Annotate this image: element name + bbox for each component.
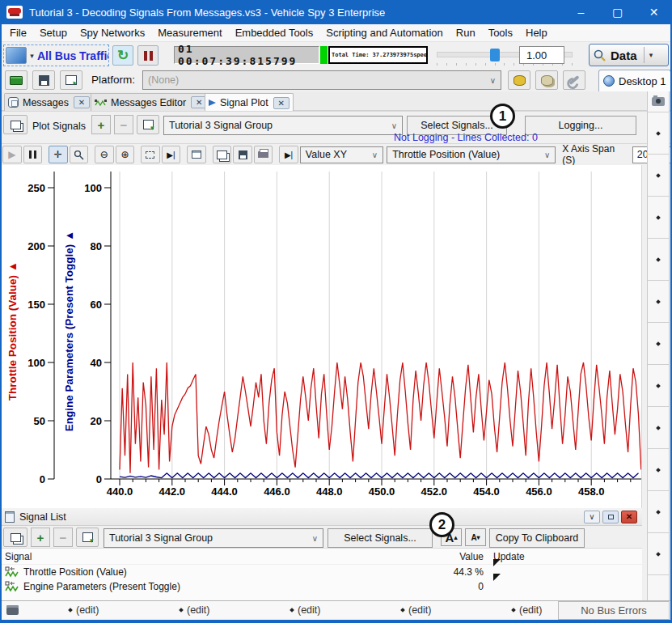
minimize-button[interactable]: – [563, 0, 599, 24]
docked-panel-handle[interactable] [648, 112, 669, 155]
signal-list-header[interactable]: Signal List ∨ ✕ [0, 508, 642, 526]
plot-properties-button[interactable] [187, 146, 206, 163]
annotation-circle-1: 1 [490, 104, 515, 129]
docked-panel-handle[interactable] [648, 197, 669, 239]
signal-plot-chart[interactable]: 050100150200250020406080100440.0442.0444… [0, 165, 642, 508]
signal-list-add-button[interactable]: + [31, 528, 50, 547]
panel-restore-button[interactable] [602, 511, 619, 523]
axis-mode-button[interactable]: ▶| [279, 146, 298, 163]
fit-x-button[interactable]: ▶| [162, 146, 181, 163]
signal-list-menu-button[interactable] [3, 528, 27, 547]
desktop-tab[interactable]: Desktop 1 [598, 70, 671, 91]
platform-value: (None) [148, 74, 179, 86]
slider-thumb[interactable] [490, 49, 500, 61]
status-indicator [320, 46, 328, 64]
data-dropdown-arrow[interactable]: ▾ [646, 51, 657, 59]
docked-panel-handle[interactable] [648, 491, 669, 533]
table-row[interactable]: Throttle Position (Value) 44.3 % [0, 565, 642, 579]
bus-mode-selector[interactable]: ▾ All Bus Traffic [3, 44, 109, 66]
copy-to-clipboard-button[interactable]: Copy To Clipboard [489, 528, 585, 548]
maximize-button[interactable]: ▢ [599, 0, 636, 24]
pause-button[interactable] [137, 45, 158, 66]
remove-signal-button[interactable]: − [114, 115, 133, 134]
docked-panel-handle[interactable] [648, 155, 669, 197]
panel-close-button[interactable]: ✕ [621, 511, 637, 523]
tab-messages-editor[interactable]: Messages Editor ✕ [91, 93, 211, 111]
refresh-button[interactable]: ↻ [112, 45, 133, 66]
logging-button[interactable]: Logging... [525, 116, 636, 135]
status-edit-slot[interactable]: (edit) [512, 604, 542, 616]
column-value[interactable]: Value [453, 551, 484, 562]
log-playback-icon [66, 75, 77, 85]
tab-messages-close-icon[interactable]: ✕ [74, 96, 90, 108]
status-edit-slot[interactable]: (edit) [290, 604, 320, 616]
docked-panel-handle[interactable] [648, 323, 669, 365]
zoom-cursor-button[interactable] [70, 146, 89, 163]
save-plot-button[interactable] [233, 146, 252, 163]
menu-item-setup[interactable]: Setup [33, 25, 74, 40]
bullet-icon [656, 468, 661, 473]
panel-menu-button[interactable]: ∨ [584, 511, 600, 523]
bus-mode-icon[interactable] [6, 47, 27, 64]
menu-item-help[interactable]: Help [519, 25, 554, 40]
tab-signal-plot-close-icon[interactable]: ✕ [273, 97, 290, 109]
menu-item-scripting-and-automation[interactable]: Scripting and Automation [319, 25, 450, 40]
docking-strip [647, 91, 670, 600]
plot-mode-select[interactable]: Value XY∨ [300, 146, 383, 163]
menu-item-embedded-tools[interactable]: Embedded Tools [229, 25, 320, 40]
pan-button[interactable]: ✛ [49, 146, 68, 163]
docked-panel-handle[interactable] [648, 281, 669, 323]
zoom-out-button[interactable]: ⊖ [95, 146, 114, 163]
status-edit-slot[interactable]: (edit) [180, 604, 209, 616]
bullet-icon [656, 257, 661, 262]
playback-button[interactable] [60, 70, 82, 90]
speed-value-field[interactable]: 1.00 [519, 46, 564, 64]
column-signal[interactable]: Signal [0, 551, 453, 562]
export-group-button[interactable] [137, 115, 159, 134]
zoom-in-button[interactable]: ⊕ [116, 146, 135, 163]
menu-item-file[interactable]: File [3, 25, 33, 40]
plot-play-button[interactable]: ▶ [2, 146, 22, 163]
docked-panel-handle[interactable] [648, 365, 669, 407]
font-decrease-button[interactable]: A▾ [465, 528, 486, 546]
chart-canvas[interactable]: 050100150200250020406080100440.0442.0444… [0, 165, 642, 508]
save-setup-button[interactable] [32, 70, 55, 90]
tools-button[interactable] [563, 70, 585, 90]
add-signal-button[interactable]: + [91, 115, 111, 134]
copy-plot-button[interactable] [213, 146, 232, 163]
docked-panel-handle[interactable] [648, 407, 669, 449]
close-button[interactable]: ✕ [636, 0, 672, 24]
plot-signal-select[interactable]: Throttle Position (Value)∨ [387, 146, 556, 163]
menu-item-tools[interactable]: Tools [482, 25, 519, 40]
docked-panel-handle[interactable] [648, 449, 669, 491]
screenshot-button[interactable] [648, 91, 669, 112]
signal-list-select-signals-button[interactable]: Select Signals... [328, 528, 433, 548]
docked-panel-handle[interactable] [648, 239, 669, 281]
signal-list-export-button[interactable] [76, 528, 99, 547]
plot-signals-menu-button[interactable] [3, 115, 27, 134]
signal-group-select[interactable]: Tutorial 3 Signal Group ∨ [163, 116, 403, 135]
update-flag-icon[interactable] [493, 574, 501, 592]
plot-pause-button[interactable] [23, 146, 43, 163]
signal-list-group-select[interactable]: Tutorial 3 Signal Group ∨ [104, 528, 323, 548]
database-copy-button[interactable] [535, 70, 558, 90]
menu-item-spy-networks[interactable]: Spy Networks [74, 25, 151, 40]
column-update[interactable]: Update [484, 551, 525, 562]
tab-signal-plot[interactable]: Signal Plot ✕ [205, 93, 294, 112]
docked-panel-handle[interactable] [648, 533, 669, 575]
hardware-button[interactable] [5, 70, 27, 90]
table-row[interactable]: Engine Parameters (Present Toggle) 0 [0, 579, 642, 594]
menu-item-run[interactable]: Run [450, 25, 482, 40]
tab-messages[interactable]: Messages ✕ [4, 93, 94, 111]
status-edit-slot[interactable]: (edit) [69, 604, 99, 616]
messages-editor-icon [95, 99, 108, 107]
database-button[interactable] [508, 70, 530, 90]
status-edit-slot[interactable]: (edit) [401, 604, 431, 616]
chevron-down-icon[interactable]: ▾ [27, 52, 37, 60]
signal-list-remove-button[interactable]: − [53, 528, 73, 547]
menu-item-measurement[interactable]: Measurement [151, 25, 228, 40]
data-button[interactable]: Data ▾ [589, 44, 669, 66]
print-plot-button[interactable] [254, 146, 273, 163]
platform-select[interactable]: (None) ∨ [142, 70, 501, 90]
zoom-box-button[interactable] [141, 146, 160, 163]
